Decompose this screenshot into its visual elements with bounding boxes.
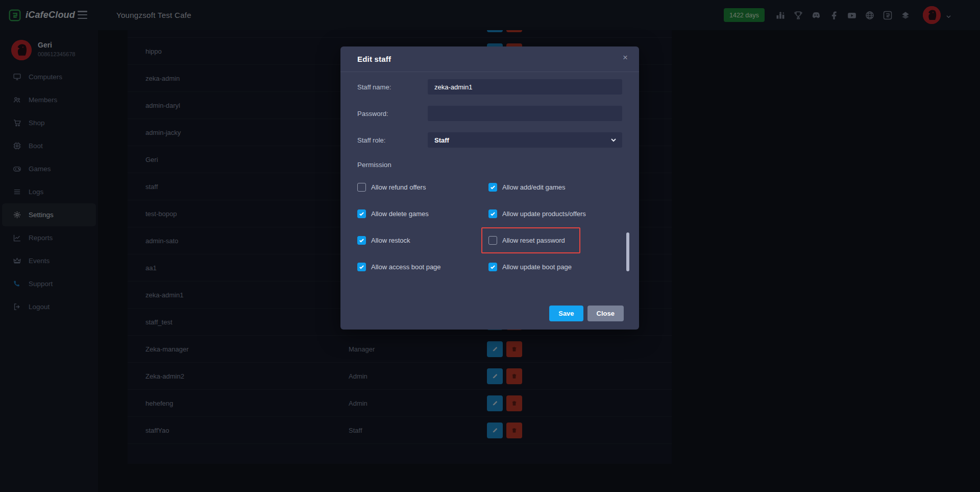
permission-label: Allow delete games — [371, 210, 429, 218]
checkbox-allow-refund-offers[interactable] — [357, 183, 366, 192]
close-icon[interactable]: × — [623, 53, 628, 62]
permission-wrap: Allow refund offers — [357, 183, 426, 192]
permission-label: Allow update products/offers — [502, 210, 586, 218]
permission-label: Allow add/edit games — [502, 183, 566, 191]
staff-name-label: Staff name: — [357, 83, 428, 91]
staff-role-select[interactable]: Staff — [428, 132, 622, 148]
staff-role-row: Staff role: Staff — [357, 132, 622, 148]
permission-wrap: Allow access boot page — [357, 263, 441, 271]
password-label: Password: — [357, 110, 428, 118]
save-button[interactable]: Save — [549, 306, 583, 321]
edit-staff-modal: Edit staff × Staff name: Password: Staff… — [340, 46, 639, 330]
modal-title: Edit staff — [357, 55, 391, 63]
permission-wrap: Allow update products/offers — [488, 209, 586, 218]
permission-item-allow-add-edit-games: Allow add/edit games — [488, 174, 622, 200]
chevron-down-icon — [610, 137, 617, 143]
permission-grid: Allow refund offers Allow add/edit games… — [357, 174, 622, 280]
permission-wrap: Allow add/edit games — [488, 183, 566, 192]
permission-wrap: Allow restock — [357, 236, 410, 245]
close-button[interactable]: Close — [587, 306, 624, 321]
permission-item-allow-update-boot-page: Allow update boot page — [488, 253, 622, 280]
permission-item-allow-access-boot-page: Allow access boot page — [357, 253, 488, 280]
checkbox-allow-update-products-offers[interactable] — [488, 209, 497, 218]
permission-label: Allow update boot page — [502, 263, 572, 271]
permission-item-allow-update-products-offers: Allow update products/offers — [488, 200, 622, 227]
permission-item-allow-refund-offers: Allow refund offers — [357, 174, 488, 200]
permission-label: Allow restock — [371, 237, 410, 244]
checkbox-allow-update-boot-page[interactable] — [488, 263, 497, 271]
highlight-box: Allow reset password — [481, 227, 580, 253]
modal-footer: Save Close — [549, 306, 624, 321]
permission-item-allow-delete-games: Allow delete games — [357, 200, 488, 227]
permission-label: Allow refund offers — [371, 183, 426, 191]
staff-name-row: Staff name: — [357, 79, 622, 95]
permission-label: Allow reset password — [502, 237, 565, 244]
password-input[interactable] — [428, 106, 622, 121]
staff-role-value: Staff — [434, 136, 449, 144]
checkbox-allow-delete-games[interactable] — [357, 209, 366, 218]
permission-wrap: Allow update boot page — [488, 263, 572, 271]
checkbox-allow-add-edit-games[interactable] — [488, 183, 497, 192]
staff-name-input[interactable] — [428, 79, 622, 95]
permission-item-allow-reset-password: Allow reset password — [488, 227, 622, 253]
checkbox-allow-restock[interactable] — [357, 236, 366, 245]
permission-item-allow-restock: Allow restock — [357, 227, 488, 253]
checkbox-allow-access-boot-page[interactable] — [357, 263, 366, 271]
permission-section-label: Permission — [357, 161, 622, 169]
permission-wrap: Allow delete games — [357, 209, 429, 218]
modal-scrollbar[interactable] — [626, 232, 629, 271]
password-row: Password: — [357, 106, 622, 121]
modal-header: Edit staff × — [340, 46, 639, 72]
staff-role-label: Staff role: — [357, 136, 428, 144]
permission-label: Allow access boot page — [371, 263, 441, 271]
checkbox-allow-reset-password[interactable] — [488, 236, 497, 245]
modal-body: Staff name: Password: Staff role: Staff … — [340, 72, 639, 280]
